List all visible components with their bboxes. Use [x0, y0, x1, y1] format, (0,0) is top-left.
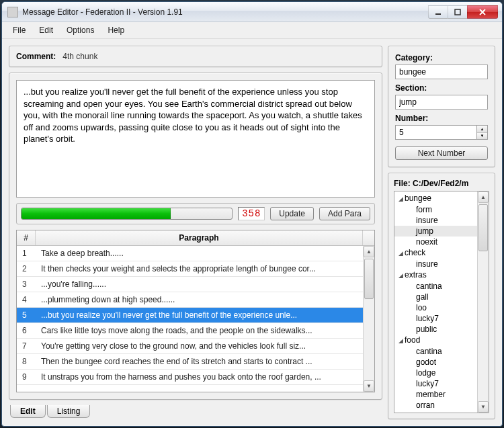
row-number: 5 — [17, 308, 36, 323]
expand-icon[interactable]: ◢ — [398, 337, 403, 344]
tree-node[interactable]: ◢food — [394, 335, 477, 346]
file-tree: ◢bungeeforminsurejumpnoexit◢checkinsure◢… — [394, 191, 489, 413]
scroll-thumb[interactable] — [478, 204, 488, 251]
table-row[interactable]: 9It unstraps you from the harness and pu… — [17, 370, 374, 385]
file-tree-panel: File: C:/Dev/Fed2/m ◢bungeeforminsurejum… — [388, 173, 495, 419]
row-text: It unstraps you from the harness and pus… — [36, 370, 374, 384]
col-scrollbar-gap — [363, 230, 374, 245]
table-row[interactable]: 3...you're falling...... — [17, 277, 374, 292]
titlebar[interactable]: Message Editor - Federation II - Version… — [2, 2, 502, 22]
tree-node[interactable]: loo — [394, 302, 477, 313]
row-number: 7 — [17, 339, 36, 353]
close-button[interactable] — [467, 5, 498, 19]
row-number: 9 — [17, 370, 36, 384]
scroll-track[interactable] — [364, 257, 374, 380]
tree-node-label: insure — [416, 259, 438, 269]
tree-node-label: jump — [416, 226, 433, 236]
table-row[interactable]: 8Then the bungee cord reaches the end of… — [17, 354, 374, 370]
next-number-button[interactable]: Next Number — [395, 146, 488, 160]
tree-body: ◢bungeeforminsurejumpnoexit◢checkinsure◢… — [394, 191, 477, 413]
tab-listing[interactable]: Listing — [47, 405, 91, 418]
tree-node[interactable]: form — [394, 204, 477, 215]
spin-up-button[interactable]: ▲ — [477, 126, 487, 133]
table-scrollbar[interactable]: ▲ ▼ — [363, 246, 374, 392]
progress-fill — [22, 208, 171, 219]
tab-edit[interactable]: Edit — [10, 405, 46, 418]
tree-node[interactable]: cantina — [394, 346, 477, 357]
spin-down-button[interactable]: ▼ — [477, 133, 487, 140]
number-label: Number: — [395, 114, 488, 123]
scroll-up-button[interactable]: ▲ — [364, 246, 374, 257]
comment-label: Comment: — [16, 52, 56, 61]
table-row[interactable]: 7You're getting very close to the ground… — [17, 339, 374, 354]
tree-node[interactable]: orran — [394, 400, 477, 411]
scroll-up-button[interactable]: ▲ — [478, 191, 489, 203]
tree-node[interactable]: cantina — [394, 281, 477, 292]
menu-edit[interactable]: Edit — [32, 24, 60, 37]
scroll-thumb[interactable] — [364, 259, 374, 299]
row-number: 4 — [17, 292, 36, 307]
svg-rect-0 — [435, 13, 441, 15]
table-row[interactable]: 2It then checks your weight and selects … — [17, 261, 374, 277]
tree-node[interactable]: public — [394, 324, 477, 335]
tree-node-label: lucky7 — [416, 379, 439, 388]
tree-node[interactable]: insure — [394, 215, 477, 226]
col-number[interactable]: # — [17, 230, 36, 245]
table-header: # Paragraph — [17, 230, 374, 246]
scroll-down-button[interactable]: ▼ — [364, 380, 374, 392]
tree-node[interactable]: lucky7 — [394, 313, 477, 324]
tree-node[interactable]: insure — [394, 259, 477, 269]
menu-file[interactable]: File — [6, 24, 32, 37]
expand-icon[interactable]: ◢ — [398, 250, 403, 257]
tree-node[interactable]: godot — [394, 357, 477, 368]
tree-node[interactable]: ◢extras — [394, 269, 477, 281]
tree-node[interactable]: lodge — [394, 368, 477, 378]
category-input[interactable] — [395, 65, 488, 79]
scroll-track[interactable] — [478, 203, 489, 401]
tree-node[interactable]: washroom — [394, 411, 477, 413]
category-label: Category: — [395, 53, 488, 62]
table-body: 1Take a deep breath......2It then checks… — [17, 246, 374, 392]
tree-node[interactable]: lucky7 — [394, 378, 477, 389]
maximize-button[interactable] — [448, 5, 468, 19]
tree-node[interactable]: gall — [394, 292, 477, 302]
menu-options[interactable]: Options — [60, 24, 101, 37]
tree-node[interactable]: noexit — [394, 237, 477, 247]
expand-icon[interactable]: ◢ — [398, 196, 403, 202]
tree-scrollbar[interactable]: ▲ ▼ — [477, 191, 489, 413]
number-stepper[interactable]: ▲ ▼ — [395, 125, 488, 140]
update-button[interactable]: Update — [270, 207, 314, 220]
row-number: 2 — [17, 261, 36, 276]
table-row[interactable]: 4...plummeting down at high speed...... — [17, 292, 374, 308]
table-row[interactable]: 5...but you realize you'll never get the… — [17, 308, 374, 323]
tree-node-label: extras — [405, 270, 427, 280]
maximize-icon — [454, 9, 461, 15]
comment-value: 4th chunk — [62, 52, 97, 61]
tree-node-label: cantina — [416, 347, 442, 356]
paragraph-table: # Paragraph 1Take a deep breath......2It… — [16, 230, 375, 392]
col-paragraph[interactable]: Paragraph — [36, 230, 363, 245]
expand-icon[interactable]: ◢ — [398, 272, 403, 279]
menu-help[interactable]: Help — [101, 24, 131, 37]
tree-node[interactable]: ◢bungee — [394, 193, 477, 204]
section-input[interactable] — [395, 95, 488, 110]
row-number: 8 — [17, 354, 36, 369]
tree-node[interactable]: member — [394, 389, 477, 400]
number-input[interactable] — [395, 125, 477, 140]
tree-node-label: washroom — [416, 411, 453, 413]
window-controls — [429, 5, 498, 19]
tree-node-label: member — [416, 390, 446, 399]
tree-node[interactable]: ◢check — [394, 247, 477, 259]
svg-rect-1 — [455, 9, 460, 15]
table-row[interactable]: 6Cars like little toys move along the ro… — [17, 323, 374, 339]
add-para-button[interactable]: Add Para — [319, 207, 370, 220]
scroll-down-button[interactable]: ▼ — [478, 401, 489, 413]
row-text: Cars like little toys move along the roa… — [36, 323, 374, 338]
message-textarea[interactable] — [16, 80, 375, 198]
row-text: Then the bungee cord reaches the end of … — [36, 354, 374, 369]
char-count-display: 358 — [238, 207, 265, 220]
table-row[interactable]: 1Take a deep breath...... — [17, 246, 374, 261]
tree-node[interactable]: jump — [394, 226, 477, 237]
minimize-button[interactable] — [428, 5, 448, 19]
editor-panel: 358 Update Add Para # Paragraph 1Take a … — [9, 73, 382, 400]
